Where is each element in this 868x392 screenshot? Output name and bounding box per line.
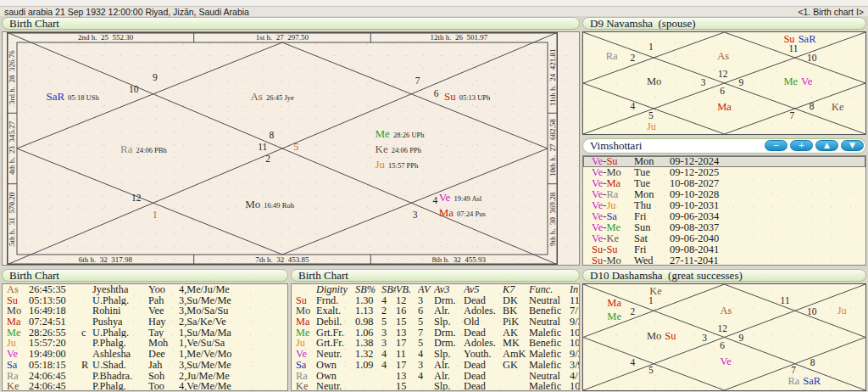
detail-cell: Malefic: [529, 328, 570, 339]
detail-cell: 3: [418, 295, 434, 306]
detail-cell: Dead: [464, 328, 503, 339]
planet-degree: 26:45 Jye: [266, 93, 294, 102]
detail-cell: [381, 381, 396, 390]
dasha-row[interactable]: Su-MoWed27-11-2041: [583, 255, 865, 265]
planet-degree: 05:13 UPh: [459, 93, 491, 102]
positions-table-header: Birth Chart: [2, 269, 288, 282]
frame-label: 3rd h. 28 326.76: [7, 42, 17, 113]
planet-abbr: Ra: [787, 375, 799, 388]
planet-label: Su05:13 UPh: [444, 90, 490, 104]
detail-cell: [503, 381, 529, 390]
flag: [81, 338, 92, 349]
detail-cell: Alr.: [434, 371, 464, 382]
detail-cell: 10/4/1: [570, 328, 579, 339]
vimshottari-lords: 3,Su/Me/Me: [179, 360, 287, 371]
dasha-row[interactable]: Ve-KeSat09-06-2040: [583, 233, 865, 244]
house-number: 9: [739, 77, 744, 87]
planet-abbr: Ma: [717, 100, 732, 113]
house-number: 5: [648, 110, 654, 120]
planet-position-row: Ma07:24:51PushyaHay2,Sa/Ke/Ve: [3, 316, 287, 328]
vimshottari-lords: 1,Su/Ma/Ma: [179, 328, 287, 339]
house-number: 9: [153, 72, 158, 82]
birth-chart-panel-header: Birth Chart: [2, 17, 580, 30]
detail-cell: 1.32: [355, 349, 381, 360]
detail-cell: 3/9/5: [570, 360, 579, 371]
planet-label: SuSaR: [783, 33, 815, 46]
vimshottari-lords: 2,Ju/Me/Me: [179, 371, 287, 382]
minus-button[interactable]: −: [765, 140, 787, 151]
nakshatra: P.Bhadra.: [92, 371, 148, 382]
detail-cell: Drm.: [434, 328, 464, 339]
vimshottari-lords: 4,Ve/Me/Me: [179, 381, 287, 390]
nakshatra: P.Phalg.: [92, 338, 148, 349]
dasha-row[interactable]: Ve-MaTue10-08-2027: [583, 178, 865, 189]
house-number: 1: [648, 42, 654, 52]
dasha-planet-1: Ve: [592, 166, 603, 178]
dasha-list-body: Ve-SuMon09-12-2024Ve-MoTue09-12-2025Ve-M…: [582, 155, 866, 266]
d10-chart[interactable]: 121110312964578KeMaMeAsJuMoSuVeRaSaR: [583, 284, 865, 390]
detail-cell: 3: [381, 328, 396, 339]
dasha-row[interactable]: Ve-SaFri09-06-2034: [583, 211, 865, 222]
detail-cell: Alr.: [434, 305, 464, 316]
planet-position-row: Ve19:49:00AshleshaDee1,Me/Ve/Mo: [3, 349, 287, 360]
planet-abbr: Ve: [721, 356, 732, 368]
house-number: 8: [270, 130, 275, 140]
plus-button[interactable]: +: [790, 140, 813, 151]
dasha-planet-1: Ve: [592, 188, 603, 200]
column-header: AV: [418, 284, 434, 295]
planet-details-row: MeGrt.Fr.1.063137Drm.DeadAKMalefic10/4/1: [292, 328, 579, 339]
detail-cell: 1.13: [355, 305, 381, 316]
detail-cell: Neutr.: [316, 349, 355, 360]
detail-cell: 4: [418, 349, 434, 360]
planet-position-row: As26:45:35JyeshthaYoo4,Me/Ju/Me: [3, 284, 287, 295]
dasha-row[interactable]: Ve-JuThu09-10-2031: [583, 200, 865, 211]
dasha-planet-2: Ke: [606, 232, 619, 244]
house-number: 3: [702, 333, 707, 343]
planet-label: MeVe: [783, 76, 812, 88]
detail-cell: PiK: [503, 316, 529, 328]
detail-cell: 17: [396, 338, 418, 349]
flag: [81, 371, 92, 382]
nakshatra: P.Phalg.: [92, 381, 148, 390]
vimshottari-panel: Vimshottari −+▲▼ Ve-SuMon09-12-2024Ve-Mo…: [582, 138, 866, 266]
planet-abbr: Mo: [296, 305, 316, 316]
dasha-planet-1: Ve: [592, 210, 603, 222]
planet-degree: 28:26 UPh: [393, 131, 425, 139]
planet-abbr: Me: [607, 310, 621, 322]
house-number: 10: [807, 53, 817, 63]
d9-chart[interactable]: 121110312964578RaAsSuSaRMoMeVeMaJuKe: [583, 32, 865, 134]
down-button[interactable]: ▼: [841, 140, 864, 151]
dasha-row[interactable]: Ve-MoTue09-12-2025: [583, 167, 865, 178]
planet-abbr: SaR: [46, 90, 64, 104]
longitude: 16:49:18: [29, 305, 81, 316]
up-button[interactable]: ▲: [815, 140, 838, 151]
dasha-row[interactable]: Ve-MeSun09-08-2037: [583, 222, 865, 233]
planet-details-row: MoExalt.1.132166Alr.Adoles.BKBenefic7/1/…: [292, 305, 579, 316]
d9-navamsha-panel: D9 Navamsha (spouse) 121110312964578RaAs…: [582, 17, 866, 135]
dasha-pair: Su-Mo: [592, 255, 634, 265]
planet-abbr: As: [717, 50, 729, 63]
longitude: 19:49:00: [29, 349, 81, 360]
planet-abbr: Ma: [607, 296, 621, 309]
planet-abbr: Mo: [647, 330, 661, 343]
frame-label: 7th h. 32 453.85: [194, 255, 370, 265]
detail-cell: Own: [316, 371, 355, 382]
syllable: Moh: [148, 338, 179, 349]
rasi-chart[interactable]: 910768112512143SaR05:18 UShAs26:45 JyeSu…: [17, 42, 548, 255]
frame-label: 6th h. 32 317.98: [17, 255, 194, 265]
frame-label: 9th h. 30 369.28: [548, 183, 558, 255]
planet-abbr: SaR: [803, 375, 821, 388]
detail-cell: 5: [381, 316, 396, 328]
dasha-row[interactable]: Ve-RaMon09-10-2028: [583, 189, 865, 200]
chart-indicator[interactable]: <1. Birth chart I>: [798, 7, 864, 17]
planet-degree: 05:18 USh: [68, 93, 99, 102]
dasha-row[interactable]: Su-SuFri09-08-2041: [583, 244, 865, 255]
planet-abbr: Mo: [7, 305, 29, 316]
planet-label: Ma: [717, 100, 732, 113]
column-header: Func.: [529, 284, 570, 295]
dasha-row[interactable]: Ve-SuMon09-12-2024: [583, 156, 865, 167]
detail-cell: AK: [503, 328, 529, 339]
positions-table-panel: Birth Chart As26:45:35JyeshthaYoo4,Me/Ju…: [2, 269, 288, 391]
planet-label: As: [717, 50, 729, 63]
syllable: Hay: [148, 316, 179, 328]
